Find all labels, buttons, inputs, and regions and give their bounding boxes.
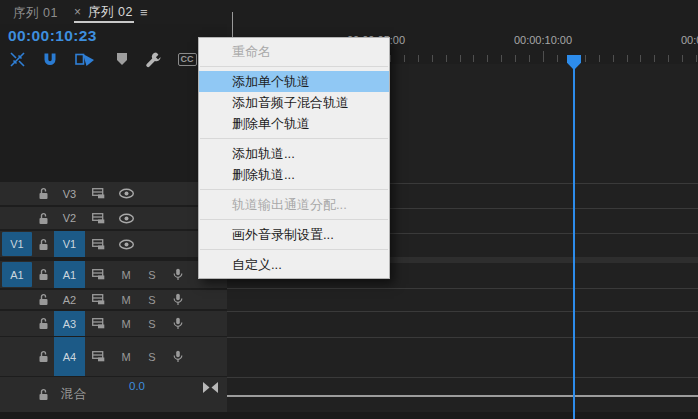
menu-separator: [200, 66, 388, 67]
sync-lock-icon[interactable]: [90, 207, 106, 229]
mute-button[interactable]: M: [118, 261, 134, 288]
menu-item[interactable]: 添加单个轨道: [199, 71, 389, 92]
nest-insert-icon[interactable]: [7, 48, 27, 70]
source-patch-a1[interactable]: A1: [2, 262, 32, 287]
voiceover-record-mic-icon[interactable]: [171, 337, 185, 376]
track-name-a1[interactable]: A1: [54, 261, 85, 288]
toggle-track-output-eye-icon[interactable]: [116, 231, 136, 257]
ruler-tick: [585, 55, 586, 62]
ruler-tick: [599, 55, 600, 62]
voiceover-record-mic-icon[interactable]: [171, 290, 185, 309]
track-context-menu: 重命名添加单个轨道添加音频子混合轨道删除单个轨道添加轨道...删除轨道...轨道…: [198, 37, 390, 279]
track-name-a4[interactable]: A4: [54, 337, 85, 376]
ruler-tick: [390, 55, 391, 62]
menu-item[interactable]: 自定义...: [199, 254, 389, 275]
ruler-tick: [696, 55, 697, 62]
lock-icon[interactable]: [37, 337, 50, 376]
panel-bottom-strip: [0, 412, 698, 419]
menu-item[interactable]: 添加音频子混合轨道: [199, 92, 389, 113]
track-header-a3[interactable]: A3MS: [0, 311, 227, 336]
menu-item[interactable]: 添加轨道...: [199, 143, 389, 164]
track-header-a4[interactable]: A4MS: [0, 337, 227, 376]
track-header-a1[interactable]: A1A1MS: [0, 261, 227, 288]
sync-lock-icon[interactable]: [90, 311, 106, 336]
cc-label: CC: [178, 53, 197, 66]
master-track-name: 混合: [55, 377, 93, 412]
track-name-v2[interactable]: V2: [54, 207, 85, 229]
ruler-tick: [501, 55, 502, 62]
mute-button[interactable]: M: [118, 311, 134, 336]
toggle-track-output-eye-icon[interactable]: [116, 182, 136, 205]
timeline-settings-wrench-icon[interactable]: [143, 48, 163, 70]
solo-button[interactable]: S: [144, 290, 160, 309]
add-marker-icon[interactable]: [114, 48, 130, 70]
menu-item[interactable]: 删除轨道...: [199, 164, 389, 185]
lock-icon[interactable]: [37, 207, 50, 229]
ruler-tick: [668, 55, 669, 62]
mute-button[interactable]: M: [118, 337, 134, 376]
master-volume-rubber-band[interactable]: [227, 395, 698, 397]
track-header-master[interactable]: 混合0.0: [0, 377, 227, 412]
lock-icon[interactable]: [37, 261, 50, 288]
mute-button[interactable]: M: [118, 290, 134, 309]
ruler-tick: [460, 55, 461, 62]
ruler-tick: [557, 55, 558, 62]
menu-separator: [200, 138, 388, 139]
track-lane-separator: [227, 311, 698, 312]
lock-icon[interactable]: [37, 311, 50, 336]
menu-item: 重命名: [199, 41, 389, 62]
menu-separator: [200, 189, 388, 190]
menu-item[interactable]: 删除单个轨道: [199, 113, 389, 134]
ruler-tick: [404, 55, 405, 62]
master-volume-value[interactable]: 0.0: [121, 380, 153, 392]
source-patch-v1[interactable]: V1: [2, 232, 32, 256]
ruler-tick: [654, 55, 655, 62]
close-icon[interactable]: ×: [74, 6, 81, 18]
ruler-tick: [682, 55, 683, 62]
solo-button[interactable]: S: [144, 311, 160, 336]
lock-icon[interactable]: [37, 290, 50, 309]
track-lane-separator: [227, 288, 698, 289]
sync-lock-icon[interactable]: [90, 261, 106, 288]
track-name-v1[interactable]: V1: [54, 231, 85, 257]
track-name-a3[interactable]: A3: [54, 311, 85, 336]
active-tab-underline: [74, 21, 134, 23]
snap-magnet-icon[interactable]: [41, 48, 59, 70]
playhead-line[interactable]: [573, 62, 575, 419]
ruler-tick: [473, 55, 474, 62]
lock-icon[interactable]: [37, 231, 50, 257]
track-header-v1[interactable]: V1V1: [0, 231, 227, 257]
sync-lock-icon[interactable]: [90, 182, 106, 205]
track-header-a2[interactable]: A2MS: [0, 290, 227, 309]
keyframe-nav-icon[interactable]: [202, 380, 218, 394]
track-name-v3[interactable]: V3: [54, 182, 85, 205]
solo-button[interactable]: S: [144, 261, 160, 288]
sync-lock-icon[interactable]: [90, 337, 106, 376]
track-header-v2[interactable]: V2: [0, 207, 227, 229]
toggle-track-output-eye-icon[interactable]: [116, 207, 136, 229]
tab-sequence-01[interactable]: 序列 01: [13, 5, 58, 22]
ruler-time-label: 00:00:15:00: [665, 34, 698, 46]
menu-item[interactable]: 画外音录制设置...: [199, 224, 389, 245]
menu-item: 轨道输出通道分配...: [199, 194, 389, 215]
text-cursor-line: [232, 12, 233, 37]
linked-selection-icon[interactable]: [74, 48, 96, 70]
menu-separator: [200, 249, 388, 250]
panel-menu-icon[interactable]: ≡: [140, 6, 148, 19]
ruler-tick: [418, 55, 419, 62]
ruler-time-label: 00:00:10:00: [498, 34, 588, 46]
sync-lock-icon[interactable]: [90, 290, 106, 309]
track-header-v3[interactable]: V3: [0, 182, 227, 205]
lock-icon[interactable]: [37, 377, 50, 412]
solo-button[interactable]: S: [144, 337, 160, 376]
tab-label: 序列 02: [88, 4, 133, 21]
voiceover-record-mic-icon[interactable]: [171, 311, 185, 336]
track-name-a2[interactable]: A2: [54, 290, 85, 309]
lock-icon[interactable]: [37, 182, 50, 205]
sync-lock-icon[interactable]: [90, 231, 106, 257]
playhead-timecode[interactable]: 00:00:10:23: [8, 27, 97, 45]
voiceover-record-mic-icon[interactable]: [171, 261, 185, 288]
captions-cc-icon[interactable]: CC: [176, 48, 198, 70]
track-lane-separator: [227, 337, 698, 338]
ruler-tick: [543, 51, 544, 62]
